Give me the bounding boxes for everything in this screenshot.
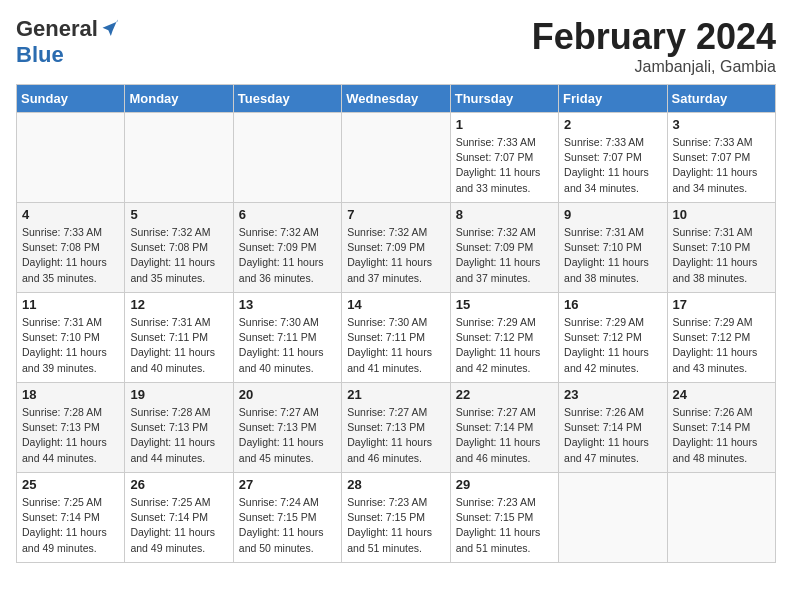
day-number: 13 xyxy=(239,297,336,312)
calendar-cell: 11Sunrise: 7:31 AM Sunset: 7:10 PM Dayli… xyxy=(17,293,125,383)
day-number: 3 xyxy=(673,117,770,132)
calendar-header-wednesday: Wednesday xyxy=(342,85,450,113)
day-info: Sunrise: 7:27 AM Sunset: 7:13 PM Dayligh… xyxy=(347,405,444,466)
day-number: 15 xyxy=(456,297,553,312)
day-number: 9 xyxy=(564,207,661,222)
page-header: General Blue February 2024 Jambanjali, G… xyxy=(16,16,776,76)
calendar-cell xyxy=(559,473,667,563)
calendar-cell: 8Sunrise: 7:32 AM Sunset: 7:09 PM Daylig… xyxy=(450,203,558,293)
day-info: Sunrise: 7:32 AM Sunset: 7:09 PM Dayligh… xyxy=(456,225,553,286)
calendar-cell: 4Sunrise: 7:33 AM Sunset: 7:08 PM Daylig… xyxy=(17,203,125,293)
day-info: Sunrise: 7:24 AM Sunset: 7:15 PM Dayligh… xyxy=(239,495,336,556)
day-info: Sunrise: 7:29 AM Sunset: 7:12 PM Dayligh… xyxy=(673,315,770,376)
day-number: 5 xyxy=(130,207,227,222)
day-number: 19 xyxy=(130,387,227,402)
day-number: 25 xyxy=(22,477,119,492)
calendar-header-row: SundayMondayTuesdayWednesdayThursdayFrid… xyxy=(17,85,776,113)
day-info: Sunrise: 7:23 AM Sunset: 7:15 PM Dayligh… xyxy=(456,495,553,556)
day-info: Sunrise: 7:31 AM Sunset: 7:11 PM Dayligh… xyxy=(130,315,227,376)
calendar-cell xyxy=(233,113,341,203)
logo-bird-icon xyxy=(100,19,120,39)
logo-blue-text: Blue xyxy=(16,42,64,68)
day-info: Sunrise: 7:26 AM Sunset: 7:14 PM Dayligh… xyxy=(673,405,770,466)
day-number: 4 xyxy=(22,207,119,222)
calendar-header-monday: Monday xyxy=(125,85,233,113)
logo: General Blue xyxy=(16,16,120,68)
calendar-cell: 6Sunrise: 7:32 AM Sunset: 7:09 PM Daylig… xyxy=(233,203,341,293)
calendar-cell: 17Sunrise: 7:29 AM Sunset: 7:12 PM Dayli… xyxy=(667,293,775,383)
calendar-header-thursday: Thursday xyxy=(450,85,558,113)
calendar-cell: 7Sunrise: 7:32 AM Sunset: 7:09 PM Daylig… xyxy=(342,203,450,293)
day-number: 1 xyxy=(456,117,553,132)
day-info: Sunrise: 7:27 AM Sunset: 7:13 PM Dayligh… xyxy=(239,405,336,466)
day-number: 16 xyxy=(564,297,661,312)
calendar-cell: 13Sunrise: 7:30 AM Sunset: 7:11 PM Dayli… xyxy=(233,293,341,383)
day-info: Sunrise: 7:26 AM Sunset: 7:14 PM Dayligh… xyxy=(564,405,661,466)
day-number: 21 xyxy=(347,387,444,402)
day-info: Sunrise: 7:33 AM Sunset: 7:07 PM Dayligh… xyxy=(564,135,661,196)
day-info: Sunrise: 7:31 AM Sunset: 7:10 PM Dayligh… xyxy=(564,225,661,286)
calendar-cell: 27Sunrise: 7:24 AM Sunset: 7:15 PM Dayli… xyxy=(233,473,341,563)
day-info: Sunrise: 7:25 AM Sunset: 7:14 PM Dayligh… xyxy=(22,495,119,556)
calendar-cell: 15Sunrise: 7:29 AM Sunset: 7:12 PM Dayli… xyxy=(450,293,558,383)
location-title: Jambanjali, Gambia xyxy=(532,58,776,76)
calendar-cell: 14Sunrise: 7:30 AM Sunset: 7:11 PM Dayli… xyxy=(342,293,450,383)
day-number: 14 xyxy=(347,297,444,312)
day-info: Sunrise: 7:25 AM Sunset: 7:14 PM Dayligh… xyxy=(130,495,227,556)
calendar-header-friday: Friday xyxy=(559,85,667,113)
calendar-cell: 19Sunrise: 7:28 AM Sunset: 7:13 PM Dayli… xyxy=(125,383,233,473)
day-info: Sunrise: 7:30 AM Sunset: 7:11 PM Dayligh… xyxy=(347,315,444,376)
calendar-cell: 24Sunrise: 7:26 AM Sunset: 7:14 PM Dayli… xyxy=(667,383,775,473)
day-info: Sunrise: 7:32 AM Sunset: 7:08 PM Dayligh… xyxy=(130,225,227,286)
day-number: 29 xyxy=(456,477,553,492)
day-number: 17 xyxy=(673,297,770,312)
calendar-cell: 20Sunrise: 7:27 AM Sunset: 7:13 PM Dayli… xyxy=(233,383,341,473)
day-info: Sunrise: 7:33 AM Sunset: 7:08 PM Dayligh… xyxy=(22,225,119,286)
calendar-cell: 10Sunrise: 7:31 AM Sunset: 7:10 PM Dayli… xyxy=(667,203,775,293)
day-number: 22 xyxy=(456,387,553,402)
day-info: Sunrise: 7:29 AM Sunset: 7:12 PM Dayligh… xyxy=(564,315,661,376)
day-info: Sunrise: 7:27 AM Sunset: 7:14 PM Dayligh… xyxy=(456,405,553,466)
calendar-cell: 9Sunrise: 7:31 AM Sunset: 7:10 PM Daylig… xyxy=(559,203,667,293)
calendar-cell xyxy=(17,113,125,203)
calendar-cell: 26Sunrise: 7:25 AM Sunset: 7:14 PM Dayli… xyxy=(125,473,233,563)
calendar-cell: 21Sunrise: 7:27 AM Sunset: 7:13 PM Dayli… xyxy=(342,383,450,473)
week-row-3: 11Sunrise: 7:31 AM Sunset: 7:10 PM Dayli… xyxy=(17,293,776,383)
week-row-1: 1Sunrise: 7:33 AM Sunset: 7:07 PM Daylig… xyxy=(17,113,776,203)
calendar-cell: 22Sunrise: 7:27 AM Sunset: 7:14 PM Dayli… xyxy=(450,383,558,473)
calendar-header-tuesday: Tuesday xyxy=(233,85,341,113)
day-info: Sunrise: 7:32 AM Sunset: 7:09 PM Dayligh… xyxy=(347,225,444,286)
day-number: 28 xyxy=(347,477,444,492)
day-number: 10 xyxy=(673,207,770,222)
calendar-cell: 16Sunrise: 7:29 AM Sunset: 7:12 PM Dayli… xyxy=(559,293,667,383)
week-row-5: 25Sunrise: 7:25 AM Sunset: 7:14 PM Dayli… xyxy=(17,473,776,563)
calendar-cell: 28Sunrise: 7:23 AM Sunset: 7:15 PM Dayli… xyxy=(342,473,450,563)
week-row-4: 18Sunrise: 7:28 AM Sunset: 7:13 PM Dayli… xyxy=(17,383,776,473)
day-info: Sunrise: 7:30 AM Sunset: 7:11 PM Dayligh… xyxy=(239,315,336,376)
calendar-cell: 5Sunrise: 7:32 AM Sunset: 7:08 PM Daylig… xyxy=(125,203,233,293)
day-info: Sunrise: 7:29 AM Sunset: 7:12 PM Dayligh… xyxy=(456,315,553,376)
day-number: 24 xyxy=(673,387,770,402)
calendar-cell: 23Sunrise: 7:26 AM Sunset: 7:14 PM Dayli… xyxy=(559,383,667,473)
day-number: 26 xyxy=(130,477,227,492)
calendar-cell: 18Sunrise: 7:28 AM Sunset: 7:13 PM Dayli… xyxy=(17,383,125,473)
day-info: Sunrise: 7:33 AM Sunset: 7:07 PM Dayligh… xyxy=(456,135,553,196)
day-info: Sunrise: 7:23 AM Sunset: 7:15 PM Dayligh… xyxy=(347,495,444,556)
calendar-cell: 12Sunrise: 7:31 AM Sunset: 7:11 PM Dayli… xyxy=(125,293,233,383)
day-number: 18 xyxy=(22,387,119,402)
day-number: 2 xyxy=(564,117,661,132)
calendar-cell: 29Sunrise: 7:23 AM Sunset: 7:15 PM Dayli… xyxy=(450,473,558,563)
day-info: Sunrise: 7:31 AM Sunset: 7:10 PM Dayligh… xyxy=(673,225,770,286)
logo-general-text: General xyxy=(16,16,98,42)
calendar-cell: 1Sunrise: 7:33 AM Sunset: 7:07 PM Daylig… xyxy=(450,113,558,203)
calendar-table: SundayMondayTuesdayWednesdayThursdayFrid… xyxy=(16,84,776,563)
calendar-header-saturday: Saturday xyxy=(667,85,775,113)
day-info: Sunrise: 7:31 AM Sunset: 7:10 PM Dayligh… xyxy=(22,315,119,376)
week-row-2: 4Sunrise: 7:33 AM Sunset: 7:08 PM Daylig… xyxy=(17,203,776,293)
calendar-cell: 25Sunrise: 7:25 AM Sunset: 7:14 PM Dayli… xyxy=(17,473,125,563)
day-info: Sunrise: 7:28 AM Sunset: 7:13 PM Dayligh… xyxy=(22,405,119,466)
day-number: 12 xyxy=(130,297,227,312)
day-number: 8 xyxy=(456,207,553,222)
day-number: 20 xyxy=(239,387,336,402)
day-number: 23 xyxy=(564,387,661,402)
